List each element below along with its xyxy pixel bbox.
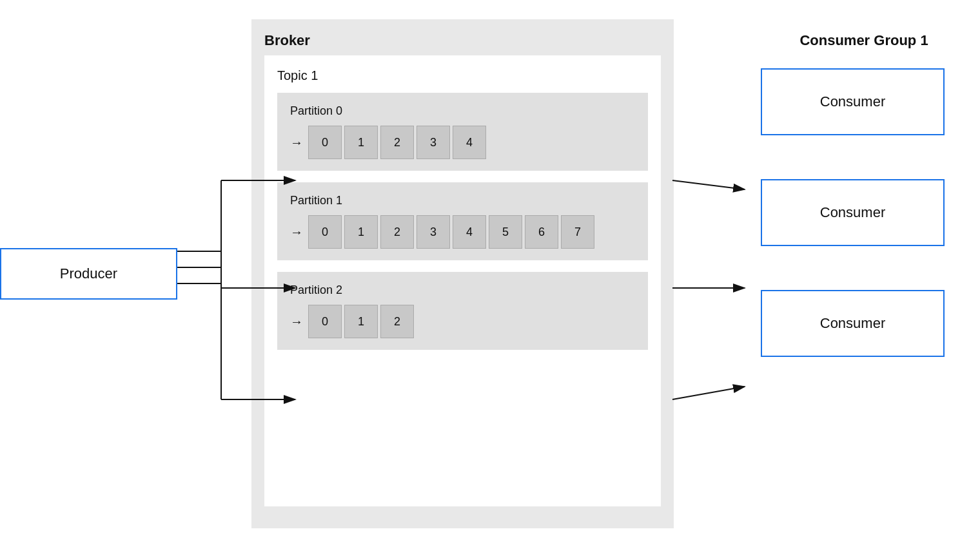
cell-1-0: 0 bbox=[308, 215, 342, 249]
diagram-container: Producer Broker Topic 1 Partition 0 → 0 … bbox=[0, 0, 980, 547]
cell-1-1: 1 bbox=[344, 215, 378, 249]
consumer-3-label: Consumer bbox=[820, 315, 885, 332]
cell-2-2: 2 bbox=[380, 305, 414, 338]
broker-container: Broker Topic 1 Partition 0 → 0 1 2 3 4 P… bbox=[251, 19, 674, 528]
cell-1-7: 7 bbox=[561, 215, 594, 249]
cell-1-6: 6 bbox=[525, 215, 558, 249]
partition-1-block: Partition 1 → 0 1 2 3 4 5 6 7 bbox=[277, 182, 648, 260]
consumer-2-label: Consumer bbox=[820, 204, 885, 221]
arrow-in-1: → bbox=[290, 225, 303, 240]
svg-line-10 bbox=[672, 387, 745, 399]
cell-1-4: 4 bbox=[453, 215, 486, 249]
partition-2-cells: → 0 1 2 bbox=[290, 305, 635, 338]
arrow-in-2: → bbox=[290, 314, 303, 329]
consumer-group-label: Consumer Group 1 bbox=[761, 32, 967, 49]
cell-0-0: 0 bbox=[308, 126, 342, 159]
partition-0-cells: → 0 1 2 3 4 bbox=[290, 126, 635, 159]
cell-2-1: 1 bbox=[344, 305, 378, 338]
consumer-2-box: Consumer bbox=[761, 179, 945, 246]
producer-label: Producer bbox=[60, 265, 117, 282]
arrow-in-0: → bbox=[290, 135, 303, 150]
consumer-1-box: Consumer bbox=[761, 68, 945, 135]
consumer-group-container: Consumer Group 1 Consumer Consumer Consu… bbox=[748, 19, 980, 370]
cell-2-0: 0 bbox=[308, 305, 342, 338]
cell-0-3: 3 bbox=[416, 126, 450, 159]
partition-1-cells: → 0 1 2 3 4 5 6 7 bbox=[290, 215, 635, 249]
cell-1-2: 2 bbox=[380, 215, 414, 249]
partition-1-label: Partition 1 bbox=[290, 194, 635, 207]
cell-0-4: 4 bbox=[453, 126, 486, 159]
cell-0-1: 1 bbox=[344, 126, 378, 159]
partition-2-label: Partition 2 bbox=[290, 283, 635, 297]
cell-1-5: 5 bbox=[489, 215, 522, 249]
topic-container: Topic 1 Partition 0 → 0 1 2 3 4 Partitio… bbox=[264, 55, 661, 506]
consumer-3-box: Consumer bbox=[761, 290, 945, 357]
svg-line-8 bbox=[672, 180, 745, 189]
cell-1-3: 3 bbox=[416, 215, 450, 249]
cell-0-2: 2 bbox=[380, 126, 414, 159]
partition-0-label: Partition 0 bbox=[290, 104, 635, 118]
topic-label: Topic 1 bbox=[277, 68, 648, 83]
partition-0-block: Partition 0 → 0 1 2 3 4 bbox=[277, 93, 648, 171]
broker-label: Broker bbox=[264, 32, 661, 49]
producer-box: Producer bbox=[0, 248, 177, 300]
consumer-1-label: Consumer bbox=[820, 93, 885, 110]
partition-2-block: Partition 2 → 0 1 2 bbox=[277, 272, 648, 350]
